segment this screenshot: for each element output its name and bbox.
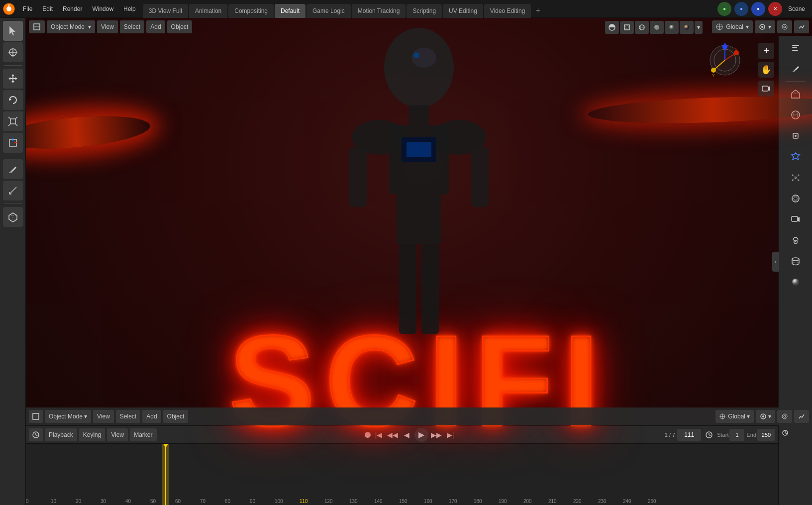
tab-animation[interactable]: Animation <box>189 4 227 18</box>
shading-rendered[interactable] <box>680 21 694 34</box>
viewport-overlays-btn[interactable] <box>605 21 619 34</box>
timeline-ruler[interactable]: 0 10 20 30 40 50 60 70 80 90 100 110 120… <box>26 444 778 505</box>
viewport-add-btn[interactable]: Add <box>146 20 165 33</box>
jump-to-first-btn[interactable]: |◀ <box>373 429 385 441</box>
status-dot-blue2[interactable]: ● <box>751 2 765 16</box>
properties-render[interactable] <box>785 209 807 229</box>
vp-add-btn[interactable]: Add <box>142 410 161 423</box>
ruler-160: 160 <box>424 499 449 504</box>
properties-scene[interactable] <box>785 84 807 104</box>
tool-annotate[interactable] <box>3 159 23 179</box>
tab-compositing[interactable]: Compositing <box>228 4 274 18</box>
status-dot-red[interactable]: ✕ <box>768 2 782 16</box>
current-frame-input[interactable]: 111 <box>677 429 701 441</box>
play-btn[interactable]: ▶ <box>414 428 428 442</box>
menu-edit[interactable]: Edit <box>37 0 58 18</box>
svg-line-104 <box>709 435 710 436</box>
tool-select[interactable] <box>3 21 23 41</box>
next-frame-btn[interactable]: ▶▶ <box>430 429 442 441</box>
scene-label: Scene <box>785 5 808 12</box>
tool-add-cube[interactable] <box>3 207 23 227</box>
timeline-keying-btn[interactable]: Keying <box>79 428 105 441</box>
viewport-overlay-controls: + ✋ <box>758 43 774 97</box>
start-frame-input[interactable]: 1 <box>729 429 744 441</box>
timeline-marker-btn[interactable]: Marker <box>130 428 156 441</box>
ruler-20: 20 <box>76 499 101 504</box>
transform-orientation[interactable]: Global ▾ <box>712 20 753 33</box>
vp-editor-icon[interactable] <box>29 410 43 423</box>
add-workspace-button[interactable]: + <box>532 4 544 16</box>
xray-toggle[interactable] <box>620 21 634 34</box>
vp-snap-btn[interactable]: ▾ <box>756 410 775 423</box>
navigation-gizmo[interactable]: X Y Z <box>708 43 742 79</box>
properties-material[interactable] <box>785 272 807 292</box>
properties-data[interactable] <box>785 251 807 271</box>
timeline-cursor[interactable] <box>165 444 166 505</box>
auto-keying-btn[interactable] <box>703 429 715 441</box>
tab-motiontracking[interactable]: Motion Tracking <box>352 4 406 18</box>
prev-frame-btn[interactable]: ◀ <box>401 429 412 441</box>
vp-proportional[interactable] <box>777 410 792 423</box>
editor-type-dropdown[interactable] <box>29 20 45 33</box>
shading-material[interactable] <box>665 21 679 34</box>
menu-help[interactable]: Help <box>118 0 141 18</box>
vp-object-btn[interactable]: Object <box>163 410 189 423</box>
vp-mode-dropdown[interactable]: Object Mode ▾ <box>45 410 91 423</box>
status-icon-1[interactable]: ● <box>717 2 731 16</box>
timeline-right-header <box>781 427 810 438</box>
proportional-edit[interactable] <box>777 20 792 33</box>
viewport-view-btn[interactable]: View <box>97 20 118 33</box>
tab-uvediting[interactable]: UV Editing <box>443 4 483 18</box>
pan-tool-btn[interactable]: ✋ <box>758 62 774 78</box>
svg-marker-74 <box>792 90 800 98</box>
tool-move[interactable] <box>3 69 23 89</box>
tool-measure[interactable] <box>3 181 23 201</box>
tab-default[interactable]: Default <box>275 4 305 18</box>
timeline-playback-btn[interactable]: Playback <box>45 428 77 441</box>
tab-3dviewfull[interactable]: 3D View Full <box>143 4 188 18</box>
shading-dropdown-arrow[interactable]: ▾ <box>695 21 703 34</box>
viewport-select-btn[interactable]: Select <box>120 20 144 33</box>
zoom-in-btn[interactable]: + <box>758 43 774 59</box>
snap-dropdown[interactable]: ▾ <box>755 20 775 33</box>
ruler-marks-container: 0 10 20 30 40 50 60 70 80 90 100 110 120… <box>26 444 778 505</box>
vp-transform-orient[interactable]: Global ▾ <box>715 410 754 423</box>
timeline-view-btn[interactable]: View <box>107 428 128 441</box>
tab-videoediting[interactable]: Video Editing <box>484 4 531 18</box>
vp-curve-edit[interactable] <box>794 410 809 423</box>
status-dot-blue[interactable]: ● <box>734 2 748 16</box>
tool-scale[interactable] <box>3 111 23 131</box>
timeline-editor-icon[interactable] <box>29 428 43 441</box>
properties-physics[interactable] <box>785 189 807 208</box>
tab-gamelogic[interactable]: Game Logic <box>306 4 351 18</box>
properties-active-tool[interactable] <box>785 59 807 79</box>
menu-window[interactable]: Window <box>87 0 118 18</box>
object-mode-dropdown[interactable]: Object Mode ▾ <box>47 20 95 33</box>
svg-rect-72 <box>792 50 798 51</box>
tool-cursor[interactable] <box>3 42 23 62</box>
viewport-object-btn[interactable]: Object <box>167 20 193 33</box>
end-frame-input[interactable]: 250 <box>757 429 775 441</box>
properties-tools[interactable] <box>785 38 807 58</box>
prev-keyframe-btn[interactable]: ◀◀ <box>387 429 399 441</box>
ruler-70: 70 <box>200 499 225 504</box>
snap-target[interactable] <box>794 20 809 33</box>
properties-object[interactable] <box>785 126 807 146</box>
n-panel-toggle[interactable]: ‹ <box>772 252 779 272</box>
vp-view-btn[interactable]: View <box>93 410 114 423</box>
vp-select-btn[interactable]: Select <box>116 410 140 423</box>
properties-particles[interactable] <box>785 168 807 188</box>
tool-rotate[interactable] <box>3 90 23 110</box>
menu-render[interactable]: Render <box>58 0 87 18</box>
shading-wireframe[interactable] <box>635 21 649 34</box>
shading-solid[interactable] <box>650 21 664 34</box>
properties-modifiers[interactable] <box>785 147 807 167</box>
menu-file[interactable]: File <box>18 0 37 18</box>
camera-view-btn[interactable] <box>758 81 774 97</box>
blender-logo[interactable] <box>0 0 18 18</box>
properties-constraints[interactable] <box>785 230 807 250</box>
properties-world[interactable] <box>785 105 807 125</box>
jump-to-last-btn[interactable]: ▶| <box>444 429 456 441</box>
tool-transform[interactable] <box>3 133 23 153</box>
tab-scripting[interactable]: Scripting <box>406 4 442 18</box>
